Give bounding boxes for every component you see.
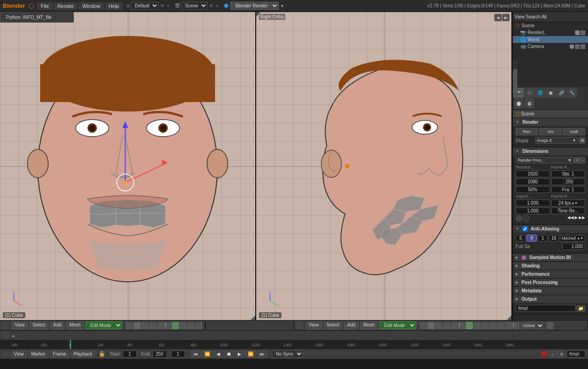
r-extra-icon[interactable] bbox=[497, 322, 504, 329]
solid-icon[interactable] bbox=[133, 322, 141, 329]
eye-icon-render[interactable] bbox=[575, 30, 580, 35]
step-back-btn[interactable]: ⏪ bbox=[202, 351, 213, 357]
radio-btn-1[interactable] bbox=[516, 215, 522, 222]
frame-end-input[interactable]: : 250 bbox=[551, 178, 586, 185]
aa-checkbox[interactable] bbox=[522, 226, 528, 231]
keying-btn[interactable]: ⬦ bbox=[548, 351, 557, 357]
res-height-input[interactable]: 1080 bbox=[516, 178, 550, 185]
record-btn[interactable] bbox=[541, 351, 547, 357]
window-menu[interactable]: Window bbox=[78, 2, 104, 10]
left-view-btn[interactable]: View bbox=[12, 321, 28, 330]
r-select-tool-icon[interactable] bbox=[466, 322, 473, 329]
prev-btn[interactable]: ◀◀ bbox=[567, 215, 574, 222]
jump-start-btn[interactable]: ⏮ bbox=[191, 351, 201, 357]
global-selector[interactable]: Global bbox=[520, 322, 544, 329]
tab-object[interactable]: ▣ bbox=[546, 88, 556, 98]
play-btn[interactable]: ▶ bbox=[575, 215, 578, 222]
r-box-icon[interactable] bbox=[474, 322, 481, 329]
full-sample-val[interactable]: 1.000 bbox=[562, 243, 585, 250]
left-mesh-btn[interactable]: Mesh bbox=[66, 321, 84, 330]
step-fwd-btn[interactable]: ⏩ bbox=[245, 351, 256, 357]
next-btn[interactable]: ▶▶ bbox=[579, 215, 585, 222]
camera-vis-icon[interactable] bbox=[575, 44, 580, 49]
current-frame-input[interactable]: 1 bbox=[171, 351, 185, 357]
tab-scene[interactable]: ⬡ bbox=[524, 88, 534, 98]
play-fwd-btn[interactable]: ▶ bbox=[235, 351, 244, 357]
right-mesh-btn[interactable]: Mesh bbox=[360, 321, 378, 330]
select-tool-icon[interactable] bbox=[172, 322, 179, 329]
tab-material[interactable]: ⬤ bbox=[514, 98, 524, 109]
scrollbar-thumb[interactable] bbox=[513, 69, 517, 97]
right-mode-selector[interactable]: Edit Mode bbox=[379, 321, 416, 329]
render-vis-icon[interactable] bbox=[581, 30, 585, 35]
preset-selector[interactable]: Render Pres... ▼ bbox=[516, 157, 574, 163]
outliner-item-scene[interactable]: ⬡ Scene bbox=[513, 22, 588, 29]
eye-icon-camera[interactable] bbox=[570, 44, 574, 49]
res-percent-input[interactable]: 50% bbox=[516, 186, 550, 193]
output-path-footer[interactable]: /tmp\ bbox=[567, 351, 585, 357]
frame-current-input[interactable]: Fra: 1 bbox=[551, 186, 586, 193]
aa-5-btn[interactable]: 5 bbox=[516, 235, 526, 242]
right-extra-icon[interactable] bbox=[546, 322, 554, 329]
draw-mode-icon[interactable] bbox=[126, 322, 133, 329]
outliner-item-renderl[interactable]: 📷 RenderL bbox=[513, 29, 588, 36]
file-menu[interactable]: File bbox=[37, 2, 53, 10]
python-menu[interactable]: Python: INFO_MT_file bbox=[0, 12, 74, 23]
right-view-btn[interactable]: View bbox=[306, 321, 322, 330]
aspect-y-input[interactable]: 1.000 bbox=[516, 207, 550, 214]
dimensions-section-header[interactable]: ▼ Dimensions bbox=[513, 147, 588, 155]
workspace-selector[interactable]: Default bbox=[131, 2, 159, 10]
render-image-btn[interactable]: Ren bbox=[516, 128, 538, 135]
aa-section-header[interactable]: ▼ Anti-Aliasing bbox=[513, 225, 588, 233]
res-width-input[interactable]: 1920 bbox=[516, 170, 550, 177]
nav-right-btn[interactable]: ▶ bbox=[502, 14, 510, 21]
shading-header[interactable]: ▶ Shading bbox=[513, 262, 588, 270]
left-mode-selector[interactable]: Edit Mode bbox=[85, 321, 122, 329]
render-preview-icon[interactable] bbox=[157, 322, 164, 329]
tab-texture[interactable]: ▦ bbox=[524, 98, 534, 109]
r-material-icon[interactable] bbox=[443, 322, 450, 329]
aa-16-btn[interactable]: 16 bbox=[549, 235, 559, 242]
no-sync-selector[interactable]: No Sync bbox=[272, 350, 303, 358]
material-icon[interactable] bbox=[149, 322, 156, 329]
scene-selector[interactable]: Scene bbox=[181, 2, 208, 10]
play-back-btn[interactable]: ◀ bbox=[214, 351, 223, 357]
preset-remove-btn[interactable]: - bbox=[580, 157, 585, 163]
outliner-item-camera[interactable]: 📹 Camera bbox=[513, 43, 588, 50]
r-draw-mode-icon[interactable] bbox=[420, 322, 427, 329]
aa-filter-select[interactable]: Mitchell ▲▼ bbox=[560, 235, 585, 242]
lock-icon[interactable]: 🔓 bbox=[99, 351, 105, 357]
timeline-track[interactable]: -40 -20 0 20 40 60 80 100 120 140 160 18… bbox=[0, 340, 588, 349]
frame-start-input[interactable]: Sta: 1 bbox=[551, 170, 586, 177]
tab-constraints[interactable]: 🔗 bbox=[556, 88, 566, 98]
render-anim-btn[interactable]: Ani bbox=[539, 128, 562, 135]
wireframe-icon[interactable] bbox=[141, 322, 149, 329]
radio-btn-2[interactable] bbox=[523, 215, 529, 222]
view-btn[interactable]: View Search All bbox=[515, 14, 546, 19]
python-menu-item[interactable]: Python: INFO_MT_file bbox=[0, 13, 73, 21]
metadata-header[interactable]: ▶ Metadata bbox=[513, 287, 588, 295]
tab-modifier[interactable]: 🔧 bbox=[567, 88, 577, 98]
help-menu[interactable]: Help bbox=[105, 2, 123, 10]
viewport-left[interactable]: Python: INFO_MT_file bbox=[0, 12, 256, 320]
footer-playback-btn[interactable]: Playback bbox=[71, 351, 96, 357]
right-select-btn[interactable]: Select bbox=[324, 321, 343, 330]
r-extra2-icon[interactable] bbox=[505, 322, 512, 329]
footer-marker-btn[interactable]: Marker bbox=[29, 351, 48, 357]
performance-header[interactable]: ▶ Performance bbox=[513, 270, 588, 278]
viewport-right[interactable]: Right Ortho ◀ ▶ Z Y (1) Cube bbox=[256, 12, 512, 320]
r-solid-icon[interactable] bbox=[427, 322, 435, 329]
time-remap-input[interactable]: Time Re... bbox=[551, 207, 586, 214]
render-audio-btn[interactable]: Audi bbox=[563, 128, 585, 135]
jump-end-btn[interactable]: ⏭ bbox=[257, 351, 267, 357]
output-header[interactable]: ▶ Output bbox=[513, 295, 588, 303]
render-section-header[interactable]: ▼ Render bbox=[513, 118, 588, 126]
nav-left-btn[interactable]: ◀ bbox=[494, 14, 502, 21]
display-select[interactable]: Image E ▼ bbox=[535, 137, 578, 144]
render-menu[interactable]: Render bbox=[54, 2, 78, 10]
output-browse-btn[interactable]: 📁 bbox=[576, 305, 585, 312]
start-val-input[interactable]: 1 bbox=[123, 351, 137, 357]
footer-view-btn[interactable]: View bbox=[11, 351, 27, 357]
r-wireframe-icon[interactable] bbox=[435, 322, 443, 329]
display-extra-btn[interactable]: ⊞ bbox=[579, 137, 585, 144]
